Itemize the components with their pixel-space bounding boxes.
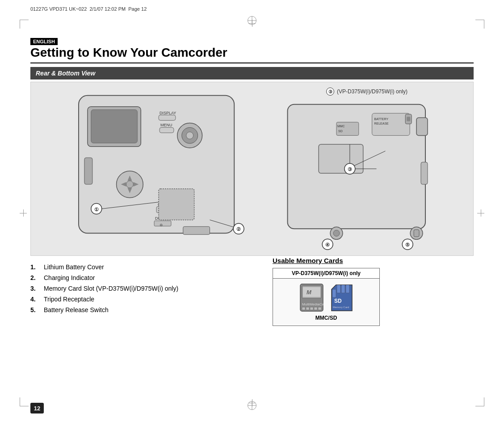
section-header-text: Rear & Bottom View bbox=[36, 70, 95, 77]
svg-text:DISPLAY: DISPLAY bbox=[160, 111, 176, 115]
cards-box-header: VP-D375W(i)/D975W(i) only bbox=[273, 268, 379, 279]
svg-text:M: M bbox=[307, 289, 312, 296]
svg-rect-66 bbox=[337, 285, 340, 293]
svg-text:③: ③ bbox=[348, 167, 352, 172]
svg-text:MENU: MENU bbox=[160, 123, 172, 127]
svg-rect-60 bbox=[302, 307, 305, 310]
circle-cross-bottom bbox=[248, 401, 256, 410]
title-divider bbox=[30, 63, 474, 63]
list-item: 5. Battery Release Switch bbox=[30, 306, 245, 313]
svg-text:Memory Card: Memory Card bbox=[333, 306, 349, 309]
cards-label: MMC/SD bbox=[315, 315, 337, 321]
svg-rect-10 bbox=[84, 158, 92, 184]
svg-text:②: ② bbox=[236, 226, 241, 232]
corner-mark-bl bbox=[20, 397, 29, 406]
cross-left bbox=[20, 209, 27, 217]
list-item: 4. Tripod Receptacle bbox=[30, 296, 245, 303]
svg-text:MultiMediaCard: MultiMediaCard bbox=[302, 302, 324, 306]
corner-mark-tl bbox=[20, 20, 29, 29]
cards-images: M MultiMediaCard SD Memory Card bbox=[299, 283, 353, 312]
svg-point-43 bbox=[333, 230, 340, 236]
memory-cards-box: VP-D375W(i)/D975W(i) only M MultiMediaCa… bbox=[273, 268, 380, 326]
sd-card-icon: SD Memory Card bbox=[331, 284, 353, 312]
svg-rect-31 bbox=[416, 118, 428, 136]
svg-rect-64 bbox=[318, 307, 321, 310]
circle-cross-top bbox=[248, 16, 256, 25]
parts-list: 1. Lithium Battery Cover 2. Charging Ind… bbox=[30, 263, 245, 317]
document-meta: 01227G VPD371 UK~022 2/1/07 12:02 PM Pag… bbox=[30, 6, 147, 12]
svg-rect-67 bbox=[341, 285, 345, 293]
svg-rect-4 bbox=[159, 115, 176, 121]
usable-memory-cards-section: Usable Memory Cards VP-D375W(i)/D975W(i)… bbox=[273, 257, 460, 326]
language-badge: ENGLISH bbox=[30, 38, 58, 45]
camcorder-diagram: DISPLAY MENU CHG DC IN ⊕ ① bbox=[30, 82, 474, 256]
svg-text:⑤: ⑤ bbox=[405, 242, 410, 247]
list-item: 1. Lithium Battery Cover bbox=[30, 263, 245, 271]
svg-rect-2 bbox=[91, 110, 137, 143]
cards-box-content: M MultiMediaCard SD Memory Card bbox=[273, 279, 379, 326]
cross-right bbox=[477, 209, 484, 217]
page-title: Getting to Know Your Camcorder bbox=[30, 46, 227, 60]
list-item: 2. Charging Indicator bbox=[30, 274, 245, 281]
usable-cards-title: Usable Memory Cards bbox=[273, 257, 460, 264]
svg-text:⊕: ⊕ bbox=[160, 223, 163, 227]
svg-rect-41 bbox=[421, 162, 428, 184]
corner-mark-tr bbox=[475, 20, 484, 29]
svg-rect-62 bbox=[310, 307, 313, 310]
svg-rect-6 bbox=[160, 127, 174, 133]
svg-rect-68 bbox=[346, 285, 349, 293]
svg-rect-65 bbox=[332, 289, 336, 297]
svg-text:①: ① bbox=[94, 207, 99, 212]
svg-text:RELEASE: RELEASE bbox=[374, 122, 389, 125]
svg-rect-23 bbox=[183, 226, 210, 234]
page-number: 12 bbox=[30, 403, 44, 413]
svg-text:④: ④ bbox=[325, 242, 330, 247]
section-header: Rear & Bottom View bbox=[30, 67, 474, 79]
svg-rect-22 bbox=[159, 189, 194, 220]
svg-rect-61 bbox=[306, 307, 309, 310]
list-item: 3. Memory Card Slot (VP-D375W(i)/D975W(i… bbox=[30, 285, 245, 292]
svg-text:SD: SD bbox=[338, 129, 343, 133]
callout-3-annotation: ③ (VP-D375W(i)/D975W(i) only) bbox=[326, 88, 407, 96]
svg-point-9 bbox=[186, 132, 193, 139]
svg-rect-37 bbox=[336, 122, 359, 136]
corner-mark-br bbox=[475, 397, 484, 406]
svg-rect-36 bbox=[407, 117, 410, 121]
svg-rect-45 bbox=[414, 230, 419, 237]
svg-point-16 bbox=[126, 181, 133, 188]
svg-text:SD: SD bbox=[334, 298, 342, 304]
svg-text:MMC: MMC bbox=[337, 125, 345, 128]
mmc-card-icon: M MultiMediaCard bbox=[299, 283, 324, 312]
svg-rect-57 bbox=[303, 287, 320, 297]
svg-rect-63 bbox=[314, 307, 317, 310]
svg-text:BATTERY: BATTERY bbox=[374, 117, 389, 121]
